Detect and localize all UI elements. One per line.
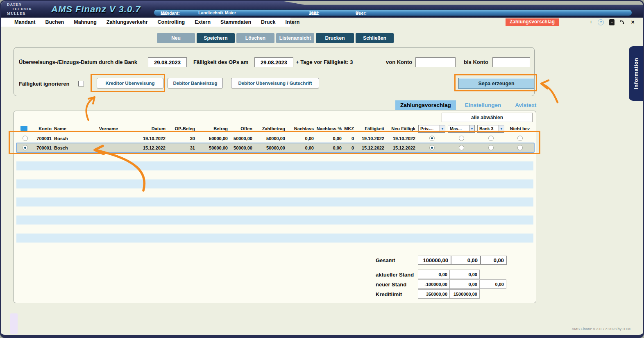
- gesamt-value: 0,00: [451, 256, 481, 265]
- cell-konto: 700001: [34, 145, 53, 150]
- radio-cell-bank3[interactable]: [476, 145, 506, 151]
- empty-field: [10, 313, 18, 334]
- tab-avistext[interactable]: Avistext: [510, 100, 541, 110]
- logo-line: MÜLLER: [7, 11, 52, 16]
- bank-dropdown-priv[interactable]: Priv-...▼: [418, 125, 445, 133]
- due-date-input[interactable]: [254, 57, 293, 67]
- column-filter-mas[interactable]: Mas...▼: [447, 125, 476, 133]
- cell-offen: 50000,00: [229, 145, 254, 150]
- folder-icon[interactable]: [20, 126, 27, 131]
- calculator-icon[interactable]: ≡: [609, 19, 615, 25]
- mode-badge: Zahlungsvorschlag: [506, 18, 559, 26]
- radio-priv[interactable]: [429, 145, 435, 150]
- radio-bank3[interactable]: [488, 145, 494, 150]
- cell-offen: 50000,00: [229, 136, 254, 141]
- bank-dropdown-mas[interactable]: Mas...▼: [448, 125, 475, 133]
- due-date-label: Fälligkeit des OPs am: [193, 59, 248, 65]
- tab-zahlungsvorschlag[interactable]: Zahlungsvorschlag: [395, 100, 456, 110]
- radio-cell-nicht-bez[interactable]: [506, 145, 534, 151]
- dropdown-value: Priv-...: [419, 126, 440, 131]
- radio-sel[interactable]: [23, 145, 28, 150]
- maximize-icon[interactable]: +: [590, 19, 593, 25]
- client-name: Landtechnik Maier: [198, 10, 236, 15]
- von-konto-label: von Konto: [386, 59, 412, 65]
- dropdown-value: Bank 3: [478, 126, 499, 131]
- column-filter-bank3[interactable]: Bank 3▼: [476, 125, 506, 133]
- radio-cell-nicht-bez[interactable]: [506, 136, 534, 141]
- summary-label: neuer Stand: [376, 281, 418, 288]
- empty-row-stripes: [16, 152, 533, 252]
- annotation-arrow-sepa: [541, 80, 558, 102]
- close-icon[interactable]: ×: [631, 19, 635, 25]
- gesamt-value: 100000,00: [418, 256, 451, 265]
- menu-item-mandant[interactable]: Mandant: [14, 19, 35, 25]
- bank-dropdown-bank3[interactable]: Bank 3▼: [477, 125, 504, 133]
- tab-einstellungen[interactable]: Einstellungen: [460, 100, 506, 110]
- menu-item-buchen[interactable]: Buchen: [45, 19, 64, 25]
- radio-mas[interactable]: [459, 136, 464, 141]
- menu-item-extern[interactable]: Extern: [195, 19, 211, 25]
- table-row[interactable]: 700001Bosch19.10.20223050000,0050000,005…: [16, 134, 534, 143]
- radio-cell-priv[interactable]: [417, 136, 447, 141]
- radio-bank3[interactable]: [488, 136, 494, 141]
- cell-name: Bosch: [53, 145, 86, 150]
- cell-zahlbetrag: 50000,00: [254, 145, 287, 150]
- cell-faelligkeit: 19.10.2022: [356, 136, 386, 141]
- cell-mkz: 0: [343, 136, 356, 141]
- menu-item-druck[interactable]: Druck: [261, 19, 275, 25]
- toolbar-button-speichern[interactable]: Speichern: [197, 33, 235, 43]
- radio-sel[interactable]: [23, 136, 28, 141]
- information-side-tab[interactable]: Information: [629, 46, 643, 101]
- radio-cell-priv[interactable]: [417, 145, 447, 151]
- column-header-vorname: Vorname: [86, 126, 131, 131]
- menu-item-mahnung[interactable]: Mahnung: [74, 19, 97, 25]
- radio-mas[interactable]: [459, 145, 464, 150]
- menu-item-zahlungsverkehr[interactable]: Zahlungsverkehr: [107, 19, 148, 25]
- toolbar-button-drucken[interactable]: Drucken: [316, 33, 354, 43]
- ignore-due-checkbox[interactable]: [78, 81, 84, 86]
- menu-item-stammdaten[interactable]: Stammdaten: [220, 19, 251, 25]
- transfer-date-input[interactable]: [148, 57, 187, 67]
- kreditor-ueberweisung-button[interactable]: Kreditor Überweisung: [97, 78, 163, 88]
- radio-priv[interactable]: [429, 136, 435, 141]
- radio-cell-sel[interactable]: [16, 136, 34, 141]
- cell-op-beleg: 30: [167, 136, 197, 141]
- column-header-konto: Konto: [34, 126, 53, 131]
- debitor-bankeinzug-button[interactable]: Debitor Bankeinzug: [168, 78, 223, 88]
- cell-op-beleg: 31: [167, 145, 197, 150]
- summary-section: Gesamt 100000,000,000,00 aktueller Stand…: [376, 255, 507, 299]
- von-konto-input[interactable]: [415, 57, 456, 67]
- payment-table-panel: alle abwählen KontoNameVornameDatumOP-Be…: [14, 111, 536, 303]
- sepa-erzeugen-button[interactable]: Sepa erzeugen: [458, 78, 534, 89]
- radio-cell-mas[interactable]: [447, 145, 476, 151]
- toolbar-button-neu[interactable]: Neu: [157, 33, 195, 43]
- radio-nicht-bez[interactable]: [517, 136, 523, 141]
- phone-icon[interactable]: [620, 18, 626, 26]
- dropdown-value: Mas...: [448, 126, 469, 131]
- bis-konto-input[interactable]: [492, 57, 530, 67]
- logo-line: DATEN: [7, 2, 52, 7]
- debitor-ueberweisung-gutschrift-button[interactable]: Debitor Überweisung / Gutschrift: [231, 78, 319, 88]
- summary-value: -100000,00: [418, 279, 450, 289]
- help-icon[interactable]: ?: [598, 19, 604, 25]
- column-filter-priv[interactable]: Priv-...▼: [417, 125, 447, 133]
- toolbar-button-listenansicht[interactable]: Listenansicht: [276, 33, 314, 43]
- menu-item-intern[interactable]: Intern: [286, 19, 300, 25]
- chevron-down-icon[interactable]: ▼: [499, 125, 504, 132]
- minimize-icon[interactable]: −: [581, 19, 584, 25]
- chevron-down-icon[interactable]: ▼: [440, 125, 445, 132]
- toolbar-button-l-schen[interactable]: Löschen: [236, 33, 274, 43]
- information-side-tab-label: Information: [633, 58, 639, 89]
- deselect-all-button[interactable]: alle abwählen: [442, 113, 533, 122]
- chevron-down-icon[interactable]: ▼: [469, 125, 474, 132]
- radio-cell-mas[interactable]: [447, 136, 476, 141]
- summary-value: 350000,00: [418, 289, 450, 299]
- table-row[interactable]: 700001Bosch15.12.20223150000,0050000,005…: [16, 143, 534, 152]
- radio-cell-sel[interactable]: [16, 145, 34, 151]
- cell-datum: 15.12.2022: [131, 145, 167, 150]
- toolbar-button-schlie-en[interactable]: Schließen: [356, 33, 394, 43]
- column-header-name: Name: [53, 126, 86, 131]
- radio-cell-bank3[interactable]: [476, 136, 506, 141]
- radio-nicht-bez[interactable]: [517, 145, 523, 150]
- menu-item-controlling[interactable]: Controlling: [158, 19, 185, 25]
